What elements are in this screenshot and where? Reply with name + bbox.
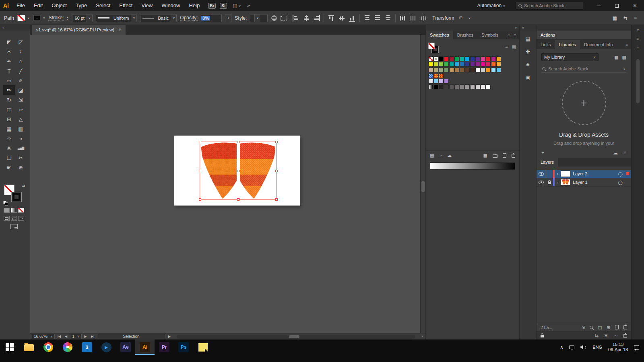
swatch[interactable] [475, 62, 480, 67]
dist-center-icon[interactable] [410, 14, 417, 22]
swatch[interactable] [460, 56, 464, 61]
chevron-down-icon[interactable]: ∨ [87, 14, 92, 22]
tab-links[interactable]: Links [537, 40, 555, 49]
selection-handle[interactable] [237, 141, 239, 143]
minimize-button[interactable] [590, 0, 608, 11]
layer-row[interactable]: ›Layer 2◯ [537, 170, 631, 178]
artboard-number-field[interactable]: 1∨ [70, 334, 81, 339]
swatch[interactable] [439, 73, 444, 78]
magic-wand-tool[interactable]: ✶ [3, 47, 15, 56]
library-grid-view-icon[interactable]: ▦ [614, 55, 618, 60]
chrome-browser[interactable] [39, 339, 58, 355]
swatch[interactable] [460, 84, 464, 89]
document-tab[interactable]: s1.svg* @ 16.67% (RGB/GPU Preview) ✕ [32, 25, 126, 35]
premiere-pro[interactable]: Pr [155, 339, 174, 355]
perspective-grid-tool[interactable]: △ [15, 114, 27, 124]
swatch[interactable] [454, 56, 459, 61]
swatch[interactable] [444, 79, 449, 84]
prev-artboard-button[interactable]: ◀ [64, 335, 68, 338]
swatch[interactable] [481, 62, 485, 67]
opacity-slider-button[interactable]: › [225, 14, 231, 22]
artboards-panel-icon[interactable]: ▤ [523, 34, 533, 43]
workspace-switcher[interactable]: Automation∨ [477, 3, 505, 8]
panel-scrollbar-thumb[interactable] [636, 59, 640, 103]
drag-drop-zone[interactable]: + [562, 81, 606, 125]
collapse-panels-icon[interactable]: » [637, 27, 639, 32]
draw-behind-button[interactable] [11, 216, 17, 221]
rotate-tool[interactable]: ↻ [3, 95, 15, 105]
swatch[interactable] [449, 56, 454, 61]
chevron-down-icon[interactable]: ∨ [131, 14, 136, 22]
library-list-view-icon[interactable]: ▤ [622, 55, 626, 60]
menu-view[interactable]: View [137, 0, 157, 11]
menu-effect[interactable]: Effect [115, 0, 137, 11]
slice-tool[interactable]: ✂ [15, 153, 27, 162]
swatch[interactable] [475, 84, 480, 89]
type-tool[interactable]: T [3, 66, 15, 76]
swatch[interactable]: ⊕ [433, 56, 438, 61]
vertical-scrollbar[interactable] [420, 35, 425, 333]
swatch[interactable] [433, 84, 438, 89]
eyedropper-tool[interactable]: ✧ [3, 134, 15, 143]
illustrator-logo[interactable]: Ai [0, 2, 12, 9]
horizontal-scrollbar[interactable] [177, 335, 415, 339]
tab-layers[interactable]: Layers [537, 158, 558, 167]
language-indicator[interactable]: ENG [592, 345, 602, 350]
clock[interactable]: 15:13 06-Apr-18 [608, 342, 628, 352]
swatch[interactable] [486, 68, 491, 72]
dist-bottom-icon[interactable] [384, 14, 392, 22]
swatch[interactable] [496, 62, 501, 67]
layer-row[interactable]: › Layer 1◯ [537, 178, 631, 187]
lock-toggle[interactable] [546, 178, 553, 186]
sync-cloud-icon[interactable]: ☁ [447, 153, 452, 158]
menu-help[interactable]: Help [184, 0, 204, 11]
after-effects[interactable]: Ae [116, 339, 135, 355]
dist-left-icon[interactable] [399, 14, 407, 22]
action-center-icon[interactable] [634, 345, 639, 350]
chevron-down-icon[interactable]: ∨ [254, 14, 260, 22]
brush-definition[interactable]: Basic ∨ [140, 14, 177, 22]
draw-inside-button[interactable] [18, 216, 24, 221]
illustrator[interactable]: Ai [135, 339, 155, 355]
layer-name[interactable]: Layer 2 [573, 171, 618, 176]
pen-tool[interactable]: ✒ [3, 56, 15, 66]
selection-handle[interactable] [237, 170, 239, 172]
line-segment-tool[interactable]: ╱ [15, 66, 27, 76]
swatch[interactable] [428, 73, 433, 78]
align-right-icon[interactable] [313, 14, 320, 22]
rectangle-tool[interactable]: ▭ [3, 76, 15, 85]
workspace-layout-icon[interactable]: ◫∨ [233, 3, 241, 8]
menu-object[interactable]: Object [47, 0, 71, 11]
selection-handle[interactable] [275, 198, 278, 201]
swatch[interactable] [454, 62, 459, 67]
gradient-mode-button[interactable] [11, 208, 17, 213]
network-icon[interactable] [569, 346, 574, 349]
swatch[interactable] [460, 68, 464, 72]
tab-brushes[interactable]: Brushes [453, 31, 477, 39]
stroke-weight-field[interactable]: 60 pt ∨ [72, 14, 92, 22]
app-badge-3[interactable]: 3 [77, 339, 97, 355]
zoom-tool[interactable]: ⊕ [15, 162, 27, 172]
swatch[interactable] [454, 84, 459, 89]
settings-icon[interactable]: ✱ [604, 333, 608, 338]
scroll-right-icon[interactable]: › [420, 335, 424, 338]
align-center-icon[interactable] [302, 14, 310, 22]
selection-handle[interactable] [199, 170, 201, 172]
library-menu-icon[interactable]: ≡ [623, 150, 626, 156]
expand-dock-icon[interactable]: « [522, 26, 524, 30]
next-artboard-button[interactable]: ▶ [83, 335, 88, 338]
trash-icon[interactable] [623, 334, 627, 338]
menu-window[interactable]: Window [157, 0, 184, 11]
scrollbar-thumb[interactable] [289, 335, 299, 338]
dist-middle-icon[interactable] [374, 14, 381, 22]
swatch[interactable] [496, 56, 501, 61]
selection-tool[interactable]: ◤ [3, 37, 15, 47]
swatch[interactable] [481, 56, 485, 61]
new-color-group-icon[interactable] [493, 154, 497, 158]
more-tabs-icon[interactable]: » [508, 33, 511, 37]
dist-top-icon[interactable] [363, 14, 371, 22]
collapse-dock-icon[interactable]: » [515, 26, 517, 30]
document-setup-icon[interactable] [271, 14, 277, 22]
default-fill-stroke-icon[interactable] [3, 201, 8, 206]
width-tool[interactable]: ◫ [3, 105, 15, 114]
